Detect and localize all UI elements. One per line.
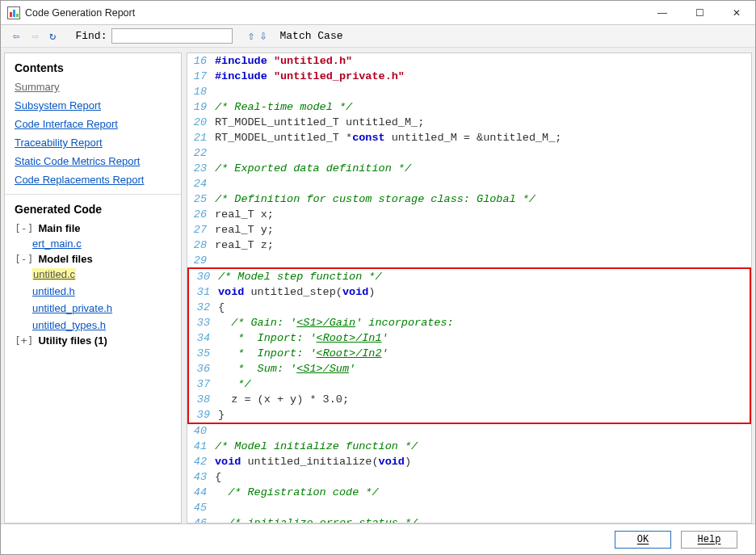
line-number: 17 (187, 69, 215, 84)
code-text: /* initialize error status */ (215, 515, 751, 523)
code-text: /* Definition for custom storage class: … (215, 191, 751, 207)
ok-button[interactable]: OK (615, 531, 671, 549)
code-text: /* Gain: '<S1>/Gain' incorporates: (218, 315, 748, 330)
tree-section-label: Utility files (1) (38, 334, 107, 347)
code-line: 19/* Real-time model */ (187, 99, 751, 115)
code-text: { (218, 300, 748, 315)
main-area: Contents SummarySubsystem ReportCode Int… (1, 48, 755, 523)
line-number: 30 (191, 269, 218, 284)
code-text: #include "untitled_private.h" (215, 69, 751, 84)
line-number: 43 (187, 469, 215, 485)
forward-button[interactable]: ⇨ (28, 29, 43, 44)
code-text: real_T y; (215, 222, 751, 238)
code-text (215, 145, 751, 161)
code-text: z = (x + y) * 3.0; (218, 392, 748, 407)
line-number: 19 (187, 99, 215, 115)
code-line: 45 (187, 500, 751, 515)
line-number: 29 (187, 253, 215, 268)
code-line: 34 * Inport: '<Root>/In1' (191, 330, 748, 346)
line-number: 41 (187, 439, 215, 454)
code-line: 17#include "untitled_private.h" (187, 69, 751, 84)
code-text: * Inport: '<Root>/In1' (218, 330, 748, 346)
back-button[interactable]: ⇦ (9, 29, 23, 44)
contents-heading: Contents (15, 61, 171, 74)
code-line: 22 (187, 145, 751, 161)
code-text (215, 84, 751, 99)
refresh-button[interactable]: ↻ (49, 29, 56, 43)
file-link[interactable]: untitled_types.h (32, 319, 106, 331)
help-button[interactable]: Help (681, 531, 737, 549)
line-number: 44 (187, 485, 215, 500)
maximize-button[interactable]: ☐ (681, 1, 718, 25)
code-scroll[interactable]: 16#include "untitled.h"17#include "untit… (187, 53, 751, 523)
tree-toggle[interactable]: [+] (15, 334, 33, 347)
code-text: * Inport: '<Root>/In2' (218, 346, 748, 361)
code-panel: 16#include "untitled.h"17#include "untit… (187, 53, 752, 523)
find-next-button[interactable]: ⇩ (259, 28, 267, 44)
code-line: 16#include "untitled.h" (187, 53, 751, 69)
code-line: 46 /* initialize error status */ (187, 515, 751, 523)
code-line: 39} (191, 407, 748, 423)
close-button[interactable]: ✕ (718, 1, 755, 25)
code-line: 24 (187, 176, 751, 191)
line-number: 36 (191, 361, 218, 376)
code-line: 23/* Exported data definition */ (187, 161, 751, 176)
code-line: 32{ (191, 300, 748, 315)
tree-toggle[interactable]: [-] (15, 253, 33, 265)
nav-link[interactable]: Code Replacements Report (15, 174, 171, 186)
code-line: 38 z = (x + y) * 3.0; (191, 392, 748, 407)
code-text: /* Model step function */ (218, 269, 748, 284)
line-number: 22 (187, 145, 215, 161)
code-text: { (215, 469, 751, 485)
line-number: 16 (187, 53, 215, 69)
tree-toggle[interactable]: [-] (15, 222, 33, 234)
code-text (215, 423, 751, 439)
nav-link[interactable]: Traceability Report (15, 137, 171, 149)
code-text: * Sum: '<S1>/Sum' (218, 361, 748, 376)
code-line: 20RT_MODEL_untitled_T untitled_M_; (187, 115, 751, 130)
code-line: 26real_T x; (187, 207, 751, 222)
code-text: RT_MODEL_untitled_T untitled_M_; (215, 115, 751, 130)
code-text: RT_MODEL_untitled_T *const untitled_M = … (215, 130, 751, 145)
minimize-button[interactable]: — (644, 1, 681, 25)
line-number: 20 (187, 115, 215, 130)
line-number: 38 (191, 392, 218, 407)
nav-link[interactable]: Static Code Metrics Report (15, 155, 171, 167)
line-number: 21 (187, 130, 215, 145)
file-link[interactable]: untitled_private.h (32, 302, 112, 314)
generated-heading: Generated Code (15, 203, 171, 216)
code-text: /* Model initialize function */ (215, 439, 751, 454)
tree-section: [-]Model files (15, 253, 171, 265)
highlighted-code-block: 30/* Model step function */31void untitl… (187, 267, 751, 424)
nav-link[interactable]: Code Interface Report (15, 118, 171, 130)
code-line: 41/* Model initialize function */ (187, 439, 751, 454)
line-number: 35 (191, 346, 218, 361)
line-number: 46 (187, 515, 215, 523)
line-number: 18 (187, 84, 215, 99)
generated-tree: [-]Main fileert_main.c[-]Model filesunti… (15, 222, 171, 347)
code-line: 28real_T z; (187, 238, 751, 253)
match-case-label[interactable]: Match Case (280, 30, 343, 42)
line-number: 39 (191, 407, 218, 423)
code-line: 44 /* Registration code */ (187, 485, 751, 500)
file-link[interactable]: ert_main.c (32, 238, 82, 250)
code-line: 42void untitled_initialize(void) (187, 454, 751, 469)
nav-link[interactable]: Subsystem Report (15, 99, 171, 111)
code-line: 31void untitled_step(void) (191, 284, 748, 300)
find-input[interactable] (111, 28, 233, 44)
line-number: 32 (191, 300, 218, 315)
file-link[interactable]: untitled.h (32, 285, 75, 297)
code-line: 29 (187, 253, 751, 268)
find-prev-button[interactable]: ⇧ (247, 28, 254, 44)
code-text: /* Registration code */ (215, 485, 751, 500)
code-line: 25/* Definition for custom storage class… (187, 191, 751, 207)
tree-section-label: Main file (38, 222, 80, 234)
code-text: */ (218, 376, 748, 392)
code-text: void untitled_step(void) (218, 284, 748, 300)
nav-link[interactable]: Summary (15, 81, 171, 93)
line-number: 40 (187, 423, 215, 439)
code-text: #include "untitled.h" (215, 53, 751, 69)
code-line: 40 (187, 423, 751, 439)
file-link[interactable]: untitled.c (32, 268, 76, 280)
code-line: 37 */ (191, 376, 748, 392)
